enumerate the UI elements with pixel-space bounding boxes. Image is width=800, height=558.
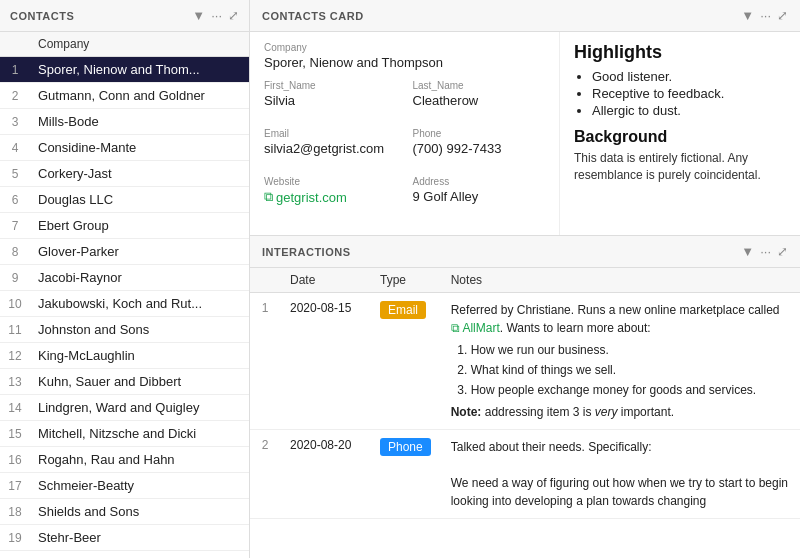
highlight-item: Receptive to feedback. bbox=[592, 86, 786, 101]
card-notes: Highlights Good listener.Receptive to fe… bbox=[560, 32, 800, 235]
row-num: 16 bbox=[0, 447, 30, 473]
company-cell: Gutmann, Conn and Goldner bbox=[30, 83, 249, 109]
row-num: 6 bbox=[0, 187, 30, 213]
table-row: 1 2020-08-15 Email Referred by Christian… bbox=[250, 293, 800, 430]
company-cell: Considine-Mante bbox=[30, 135, 249, 161]
company-cell: Rogahn, Rau and Hahn bbox=[30, 447, 249, 473]
email-label: Email bbox=[264, 128, 397, 139]
table-row[interactable]: 2Gutmann, Conn and Goldner bbox=[0, 83, 249, 109]
row-num: 8 bbox=[0, 239, 30, 265]
row-num: 4 bbox=[0, 135, 30, 161]
last-name-value[interactable]: Cleatherow bbox=[413, 93, 546, 108]
contacts-title: CONTACTS bbox=[10, 10, 74, 22]
contacts-table: Company 1Sporer, Nienow and Thom...2Gutm… bbox=[0, 32, 249, 558]
email-field: Email silvia2@getgrist.com bbox=[264, 128, 397, 156]
company-cell: Will-Beer bbox=[30, 551, 249, 559]
int-num-header bbox=[250, 268, 280, 293]
table-row[interactable]: 18Shields and Sons bbox=[0, 499, 249, 525]
date-cell: 2020-08-20 bbox=[280, 430, 370, 519]
highlights-list: Good listener.Receptive to feedback.Alle… bbox=[574, 69, 786, 118]
company-cell: Douglas LLC bbox=[30, 187, 249, 213]
table-row[interactable]: 12King-McLaughlin bbox=[0, 343, 249, 369]
company-cell: Johnston and Sons bbox=[30, 317, 249, 343]
table-row[interactable]: 8Glover-Parker bbox=[0, 239, 249, 265]
website-value[interactable]: ⧉ getgrist.com bbox=[264, 189, 397, 205]
address-value[interactable]: 9 Golf Alley bbox=[413, 189, 546, 204]
table-row[interactable]: 16Rogahn, Rau and Hahn bbox=[0, 447, 249, 473]
interactions-filter-icon[interactable]: ▼ bbox=[741, 244, 754, 259]
table-row[interactable]: 4Considine-Mante bbox=[0, 135, 249, 161]
table-row[interactable]: 19Stehr-Beer bbox=[0, 525, 249, 551]
company-cell: Mills-Bode bbox=[30, 109, 249, 135]
interactions-more-icon[interactable]: ··· bbox=[760, 244, 771, 259]
phone-value[interactable]: (700) 992-7433 bbox=[413, 141, 546, 156]
table-row[interactable]: 17Schmeier-Beatty bbox=[0, 473, 249, 499]
card-more-icon[interactable]: ··· bbox=[760, 8, 771, 23]
notes-header: Notes bbox=[441, 268, 800, 293]
table-row[interactable]: 14Lindgren, Ward and Quigley bbox=[0, 395, 249, 421]
card-header-icons: ▼ ··· ⤢ bbox=[741, 8, 788, 23]
website-field: Website ⧉ getgrist.com bbox=[264, 176, 397, 205]
company-label: Company bbox=[264, 42, 545, 53]
email-value[interactable]: silvia2@getgrist.com bbox=[264, 141, 397, 156]
company-cell: Lindgren, Ward and Quigley bbox=[30, 395, 249, 421]
notes-cell: Talked about their needs. Specifically: … bbox=[441, 430, 800, 519]
row-num: 10 bbox=[0, 291, 30, 317]
allmart-link[interactable]: ⧉ AllMart bbox=[451, 321, 500, 335]
table-row[interactable]: 15Mitchell, Nitzsche and Dicki bbox=[0, 421, 249, 447]
more-icon[interactable]: ··· bbox=[211, 8, 222, 23]
row-num: 12 bbox=[0, 343, 30, 369]
table-row[interactable]: 1Sporer, Nienow and Thom... bbox=[0, 57, 249, 83]
interactions-expand-icon[interactable]: ⤢ bbox=[777, 244, 788, 259]
company-field: Company Sporer, Nienow and Thompson bbox=[264, 42, 545, 70]
expand-icon[interactable]: ⤢ bbox=[228, 8, 239, 23]
table-row[interactable]: 20Will-Beer bbox=[0, 551, 249, 559]
table-row[interactable]: 6Douglas LLC bbox=[0, 187, 249, 213]
right-panel: CONTACTS Card ▼ ··· ⤢ Company Sporer, Ni… bbox=[250, 0, 800, 558]
address-field: Address 9 Golf Alley bbox=[413, 176, 546, 205]
company-header: Company bbox=[30, 32, 249, 57]
filter-icon[interactable]: ▼ bbox=[192, 8, 205, 23]
table-row[interactable]: 13Kuhn, Sauer and Dibbert bbox=[0, 369, 249, 395]
row-num: 17 bbox=[0, 473, 30, 499]
company-cell: Mitchell, Nitzsche and Dicki bbox=[30, 421, 249, 447]
type-header: Type bbox=[370, 268, 441, 293]
card-header: CONTACTS Card ▼ ··· ⤢ bbox=[250, 0, 800, 32]
table-row[interactable]: 3Mills-Bode bbox=[0, 109, 249, 135]
last-name-field: Last_Name Cleatherow bbox=[413, 80, 546, 108]
interactions-header: INTERACTIONS ▼ ··· ⤢ bbox=[250, 236, 800, 268]
interactions-table-wrapper: Date Type Notes 1 2020-08-15 Email Refer… bbox=[250, 268, 800, 558]
contacts-panel: CONTACTS ▼ ··· ⤢ Company 1Sporer, Nienow… bbox=[0, 0, 250, 558]
contacts-header: CONTACTS ▼ ··· ⤢ bbox=[0, 0, 249, 32]
background-text: This data is entirely fictional. Any res… bbox=[574, 150, 786, 184]
card-expand-icon[interactable]: ⤢ bbox=[777, 8, 788, 23]
row-num: 14 bbox=[0, 395, 30, 421]
row-num: 15 bbox=[0, 421, 30, 447]
company-cell: Glover-Parker bbox=[30, 239, 249, 265]
company-cell: Jacobi-Raynor bbox=[30, 265, 249, 291]
row-num: 5 bbox=[0, 161, 30, 187]
company-cell: Corkery-Jast bbox=[30, 161, 249, 187]
contact-row: Email silvia2@getgrist.com Phone (700) 9… bbox=[264, 128, 545, 166]
website-label: Website bbox=[264, 176, 397, 187]
table-row[interactable]: 9Jacobi-Raynor bbox=[0, 265, 249, 291]
last-name-label: Last_Name bbox=[413, 80, 546, 91]
table-row[interactable]: 5Corkery-Jast bbox=[0, 161, 249, 187]
table-row[interactable]: 7Ebert Group bbox=[0, 213, 249, 239]
row-num: 1 bbox=[0, 57, 30, 83]
first-name-value[interactable]: Silvia bbox=[264, 93, 397, 108]
contacts-table-wrapper: Company 1Sporer, Nienow and Thom...2Gutm… bbox=[0, 32, 249, 558]
card-filter-icon[interactable]: ▼ bbox=[741, 8, 754, 23]
table-row[interactable]: 11Johnston and Sons bbox=[0, 317, 249, 343]
contacts-header-icons: ▼ ··· ⤢ bbox=[192, 8, 239, 23]
phone-field: Phone (700) 992-7433 bbox=[413, 128, 546, 156]
row-num: 3 bbox=[0, 109, 30, 135]
card-title: CONTACTS Card bbox=[262, 10, 364, 22]
table-row[interactable]: 10Jakubowski, Koch and Rut... bbox=[0, 291, 249, 317]
company-cell: Ebert Group bbox=[30, 213, 249, 239]
company-value[interactable]: Sporer, Nienow and Thompson bbox=[264, 55, 545, 70]
type-badge: Email bbox=[380, 301, 426, 319]
row-num: 11 bbox=[0, 317, 30, 343]
card-body: Company Sporer, Nienow and Thompson Firs… bbox=[250, 32, 800, 235]
company-cell: Stehr-Beer bbox=[30, 525, 249, 551]
